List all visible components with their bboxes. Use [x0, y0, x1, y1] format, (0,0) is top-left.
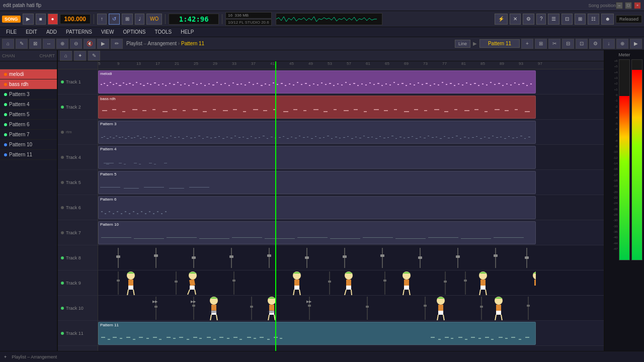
- tool-e[interactable]: ⚙: [589, 39, 601, 49]
- track-row-2[interactable]: bass rdh: [98, 95, 604, 120]
- plugin-icon4[interactable]: ?: [536, 14, 546, 25]
- menu-tools[interactable]: TOOLS: [150, 27, 176, 37]
- channel-item-p6[interactable]: Pattern 6: [0, 120, 57, 130]
- plugin-icon8[interactable]: ☷: [588, 14, 599, 25]
- channel-item-p5[interactable]: Pattern 5: [0, 110, 57, 120]
- tracks-container: Track 1 Track 2 rtm Track 4 Track 5: [58, 69, 604, 351]
- zoom-out-btn[interactable]: ⊖: [70, 39, 82, 49]
- tool-h[interactable]: ▶: [630, 39, 642, 49]
- menu-help[interactable]: HELP: [177, 27, 198, 37]
- track-row-4[interactable]: Pattern 4: [98, 145, 604, 170]
- pattern-btn2[interactable]: WO: [146, 14, 162, 25]
- maximize-button[interactable]: □: [625, 2, 632, 9]
- channel-item-bass[interactable]: bass rdh: [0, 79, 57, 89]
- channel-item-p4[interactable]: Pattern 4: [0, 100, 57, 110]
- stop-button[interactable]: ■: [36, 14, 46, 25]
- pattern-block-11[interactable]: Pattern 11: [98, 322, 536, 345]
- close-button[interactable]: ×: [634, 2, 641, 9]
- move-btn[interactable]: ↔: [43, 39, 55, 49]
- svg-rect-149: [485, 111, 488, 112]
- chan-chart-btn[interactable]: CHART: [39, 53, 55, 58]
- play-button[interactable]: ▶: [23, 14, 34, 25]
- track-row-9[interactable]: [98, 270, 604, 296]
- track-row-10[interactable]: ▶▶ ▶▶ ▶▶: [98, 296, 604, 321]
- mute-btn[interactable]: 🔇: [84, 39, 96, 49]
- pattern-display[interactable]: Pattern 11: [479, 39, 520, 48]
- track-row-3[interactable]: Pattern 3: [98, 120, 604, 145]
- track-row-1[interactable]: melodi: [98, 69, 604, 95]
- pl-magnet[interactable]: ✦: [74, 51, 86, 61]
- mixer-icon[interactable]: ⚡: [495, 14, 508, 25]
- bpm-display[interactable]: 100.000: [60, 14, 91, 24]
- pattern-block-bass[interactable]: bass rdh: [98, 96, 536, 119]
- tool-f[interactable]: ↓: [603, 39, 615, 49]
- plugin-icon7[interactable]: ⊞: [575, 14, 586, 25]
- menu-edit[interactable]: EDIT: [22, 27, 41, 37]
- track-row-8[interactable]: [98, 245, 604, 270]
- edit-tool-btn[interactable]: ✏: [111, 39, 123, 49]
- plugin-icon3[interactable]: ⚙: [523, 14, 534, 25]
- zoom-in-btn[interactable]: ⊕: [56, 39, 68, 49]
- svg-rect-257: [500, 137, 502, 137]
- home-btn[interactable]: ⌂: [2, 39, 14, 49]
- add-pattern-btn[interactable]: +: [4, 354, 7, 359]
- song-badge[interactable]: SONG: [2, 16, 21, 23]
- pattern-block-10[interactable]: Pattern 10: [98, 221, 536, 244]
- title-bar: edit patah hati flp Song position – □ ×: [0, 0, 644, 11]
- meter-bar-right: [631, 59, 642, 260]
- tool-b[interactable]: ✂: [548, 39, 560, 49]
- menu-patterns[interactable]: PATTERNS: [62, 27, 96, 37]
- play-tool-btn[interactable]: ▶: [97, 39, 109, 49]
- snap-toggle[interactable]: ⊠: [29, 39, 41, 49]
- channel-item-p10[interactable]: Pattern 10: [0, 140, 57, 150]
- pattern-block-melodi[interactable]: melodi: [98, 70, 536, 94]
- tool-d[interactable]: ⊡: [576, 39, 588, 49]
- channel-item-p7[interactable]: Pattern 7: [0, 130, 57, 140]
- track-row-6[interactable]: Pattern 6: [98, 195, 604, 220]
- track-row-11[interactable]: Pattern 11: [98, 321, 604, 346]
- svg-rect-294: [161, 213, 163, 214]
- track-row-7[interactable]: Pattern 10: [98, 220, 604, 245]
- svg-rect-52: [297, 82, 298, 83]
- svg-rect-446: [274, 337, 278, 338]
- channel-item-melodi[interactable]: melodi: [0, 69, 57, 79]
- metronome-btn[interactable]: ♩: [135, 14, 144, 25]
- pl-home[interactable]: ⌂: [60, 51, 72, 61]
- plugin-icon9[interactable]: ☻: [601, 14, 614, 25]
- pattern-add-btn[interactable]: +: [521, 39, 533, 49]
- svg-rect-15: [150, 84, 151, 85]
- svg-rect-322: [343, 255, 347, 258]
- menu-view[interactable]: VIEW: [97, 27, 118, 37]
- menu-options[interactable]: OPTIONS: [119, 27, 149, 37]
- minimize-button[interactable]: –: [616, 2, 623, 9]
- menu-add[interactable]: ADD: [42, 27, 61, 37]
- plugin-icon2[interactable]: ✕: [510, 14, 521, 25]
- channel-item-p3[interactable]: Pattern 3: [0, 89, 57, 100]
- plugin-icon6[interactable]: ⊡: [561, 14, 573, 25]
- track-row-12[interactable]: [98, 346, 604, 351]
- pl-pencil2[interactable]: ✎: [88, 51, 100, 61]
- tool-g[interactable]: ⊕: [616, 39, 628, 49]
- pencil-btn[interactable]: ✎: [16, 39, 28, 49]
- menu-file[interactable]: FILE: [2, 27, 21, 37]
- pattern-block-4[interactable]: Pattern 4: [98, 146, 536, 169]
- svg-line-352: [351, 290, 352, 295]
- snap-btn[interactable]: ⊞: [122, 14, 133, 25]
- plugin-icon5[interactable]: ☰: [548, 14, 559, 25]
- channel-item-p11[interactable]: Pattern 11: [0, 150, 57, 160]
- record-button[interactable]: ●: [48, 14, 58, 25]
- pattern-block-6[interactable]: Pattern 6: [98, 196, 536, 219]
- svg-rect-102: [498, 83, 500, 84]
- svg-rect-300: [232, 237, 262, 238]
- tick-73: 73: [423, 61, 428, 66]
- cursor-tool[interactable]: ↑: [97, 14, 107, 25]
- loop-btn[interactable]: ↺: [109, 14, 120, 25]
- svg-rect-75: [389, 84, 391, 85]
- track-content[interactable]: melodi: [98, 69, 604, 351]
- pattern-block-3[interactable]: Pattern 3: [98, 121, 536, 144]
- pattern-block-5[interactable]: Pattern 5: [98, 171, 536, 194]
- tool-c[interactable]: ⊟: [562, 39, 574, 49]
- line-selector[interactable]: Line: [455, 40, 470, 48]
- track-row-5[interactable]: Pattern 5: [98, 170, 604, 195]
- tool-a[interactable]: ⊞: [535, 39, 547, 49]
